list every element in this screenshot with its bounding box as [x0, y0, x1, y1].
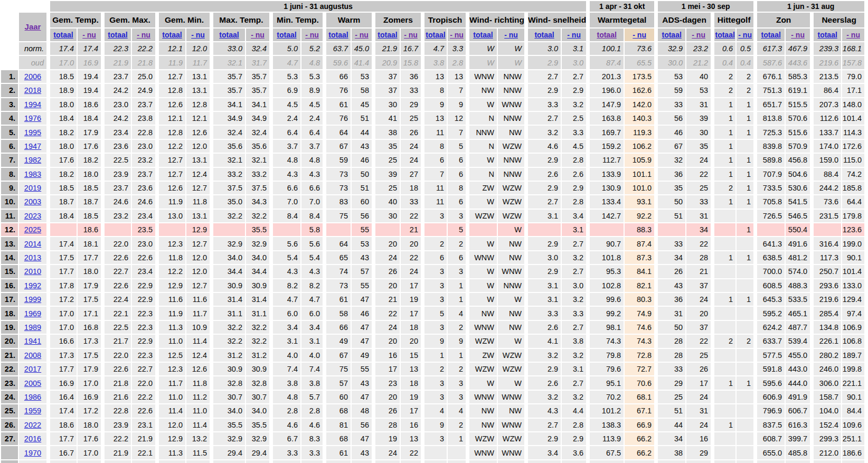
- sort-link-totaal-wind-snelheid[interactable]: totaal: [534, 31, 554, 39]
- spacer: [324, 84, 325, 97]
- year-link[interactable]: 2014: [24, 240, 41, 248]
- sort-link-totaal-gem-min[interactable]: totaal: [162, 31, 182, 39]
- spacer: [270, 265, 272, 278]
- year-link[interactable]: 1986: [24, 393, 41, 401]
- year-link[interactable]: 1994: [24, 100, 41, 109]
- spacer: [467, 154, 468, 166]
- year-link[interactable]: 2019: [24, 184, 41, 192]
- spacer: [525, 391, 527, 403]
- spacer: [156, 460, 158, 463]
- sort-link-nu-gem-max[interactable]: - nu: [137, 31, 150, 39]
- sort-link-totaal-warmtegetal[interactable]: totaal: [597, 31, 616, 39]
- year-link[interactable]: 2010: [24, 267, 41, 276]
- spacer: [587, 237, 589, 250]
- cell-hittegolf-nu: [737, 349, 753, 362]
- year-link[interactable]: 2003: [24, 197, 41, 206]
- cell-min-temp-totaal: 7.0: [273, 195, 300, 208]
- cell-gem-max-nu: 23.7: [132, 168, 155, 181]
- sort-link-nu-max-temp[interactable]: - nu: [251, 31, 265, 39]
- year-link[interactable]: 2018: [24, 86, 41, 95]
- spacer: [324, 279, 325, 292]
- cell-zon-nu: 570.6: [786, 112, 810, 125]
- sort-link-nu-zon[interactable]: - nu: [791, 31, 805, 39]
- sort-link-totaal-min-temp[interactable]: totaal: [277, 31, 296, 39]
- year-link[interactable]: 2025: [24, 225, 41, 234]
- spacer: [587, 404, 589, 417]
- cell-zomers-nu: 18: [401, 376, 421, 389]
- spacer: [467, 391, 468, 403]
- sort-link-nu-wind-richting[interactable]: - nu: [504, 31, 518, 39]
- sort-link-totaal-ads-dagen[interactable]: totaal: [662, 31, 681, 39]
- year-cell: 1989: [19, 321, 46, 334]
- year-link[interactable]: 1976: [24, 114, 41, 122]
- sort-link-nu-warm[interactable]: - nu: [355, 31, 369, 39]
- year-link[interactable]: 1941: [24, 337, 41, 345]
- spacer: [102, 335, 103, 347]
- year-link[interactable]: 1999: [24, 295, 41, 304]
- year-link[interactable]: 2016: [24, 434, 41, 443]
- cell-hittegolf-nu: 1: [737, 182, 753, 194]
- cell-gem-temp-nu: 17.1: [78, 307, 101, 319]
- cell-tropisch-totaal: 3: [424, 279, 447, 292]
- cell-hittegolf-nu: 1: [737, 223, 753, 236]
- sort-link-nu-ads-dagen[interactable]: - nu: [692, 31, 705, 39]
- cell-gem-min-nu: 13.1: [186, 154, 210, 166]
- sort-link-nu-min-temp[interactable]: - nu: [305, 31, 319, 39]
- year-link[interactable]: 1983: [24, 170, 41, 178]
- year-link[interactable]: 1947: [24, 142, 41, 150]
- cell-zon-nu: 504.6: [786, 168, 810, 181]
- sort-link-totaal-hittegolf[interactable]: totaal: [715, 31, 734, 39]
- sort-link-nu-neerslag[interactable]: - nu: [846, 31, 860, 39]
- year-link[interactable]: 2017: [24, 365, 41, 373]
- sort-link-jaar[interactable]: Jaar: [25, 22, 41, 31]
- year-link[interactable]: 1992: [24, 281, 41, 290]
- year-link[interactable]: 2005: [24, 379, 41, 388]
- cell-min-temp-nu: 5.7: [301, 391, 323, 403]
- year-cell: 2019: [19, 182, 46, 194]
- spacer: [655, 419, 657, 431]
- sort-link-totaal-neerslag[interactable]: totaal: [817, 31, 837, 39]
- year-link[interactable]: 1970: [24, 449, 41, 457]
- cell-tropisch-totaal: 13: [424, 112, 447, 125]
- cell-wind-snelheid-nu: 2.8: [562, 419, 586, 431]
- sort-link-totaal-gem-max[interactable]: totaal: [108, 31, 127, 39]
- year-link[interactable]: 1982: [24, 156, 41, 164]
- sort-link-totaal-wind-richting[interactable]: totaal: [473, 31, 493, 39]
- sort-link-nu-zomers[interactable]: - nu: [404, 31, 418, 39]
- sort-link-nu-wind-snelheid[interactable]: - nu: [567, 31, 581, 39]
- cell-ads-dagen-totaal: 33: [658, 363, 685, 375]
- cell-gem-min-totaal: 12.7: [159, 70, 185, 83]
- sort-link-nu-gem-temp[interactable]: - nu: [82, 31, 96, 39]
- sort-link-nu-warmtegetal[interactable]: - nu: [633, 31, 646, 39]
- sort-link-totaal-zomers[interactable]: totaal: [378, 31, 397, 39]
- sort-link-totaal-tropisch[interactable]: totaal: [426, 31, 445, 39]
- cell-tropisch-totaal: 3: [424, 432, 447, 445]
- year-link[interactable]: 1989: [24, 323, 41, 332]
- cell-warm-totaal: 64: [326, 126, 351, 138]
- cell-hittegolf-nu: 0.5: [737, 42, 753, 55]
- spacer: [422, 70, 423, 83]
- year-link[interactable]: 2008: [24, 351, 41, 360]
- year-link[interactable]: 2006: [24, 72, 41, 81]
- sort-link-totaal-gem-temp[interactable]: totaal: [53, 31, 73, 39]
- sort-link-nu-hittegolf[interactable]: - nu: [738, 31, 752, 39]
- year-link[interactable]: 1959: [24, 407, 41, 415]
- sort-link-nu-gem-min[interactable]: - nu: [191, 31, 205, 39]
- year-link[interactable]: 1995: [24, 128, 41, 137]
- cell-hittegolf-nu: [737, 321, 753, 334]
- cell-zon-totaal: 595.6: [757, 376, 785, 389]
- cell-gem-min-nu: 12.6: [186, 363, 210, 375]
- year-link[interactable]: 1969: [24, 309, 41, 318]
- sort-link-totaal-max-temp[interactable]: totaal: [219, 31, 239, 39]
- spacer: [655, 404, 657, 417]
- year-link[interactable]: 2022: [24, 421, 41, 429]
- sort-link-totaal-zon[interactable]: totaal: [761, 31, 780, 39]
- sort-link-nu-tropisch[interactable]: - nu: [450, 31, 464, 39]
- cell-wind-richting-nu: WNW: [498, 446, 524, 459]
- spacer: [467, 376, 468, 389]
- cell-neerslag-totaal: 134.8: [814, 321, 841, 334]
- year-link[interactable]: 2023: [24, 212, 41, 220]
- sort-link-totaal-warm[interactable]: totaal: [328, 31, 348, 39]
- cell-max-temp-totaal: 34.0: [213, 404, 245, 417]
- year-link[interactable]: 2013: [24, 253, 41, 262]
